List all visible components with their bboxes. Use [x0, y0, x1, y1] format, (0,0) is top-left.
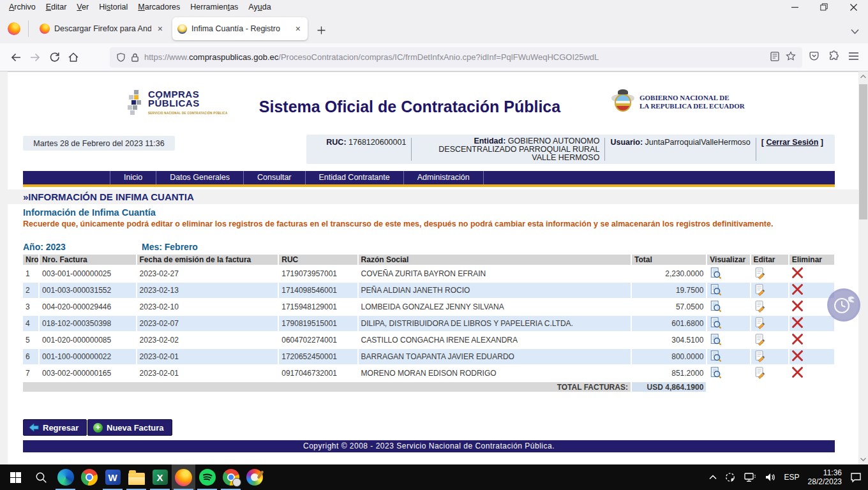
menu-archivo[interactable]: Archivo [4, 1, 41, 13]
cell-fecha: 2023-02-13 [137, 283, 278, 298]
editar-button[interactable] [754, 316, 766, 331]
visualizar-button[interactable] [710, 267, 722, 281]
cell-razon-social: PEÑA ALDIAN JANETH ROCIO [359, 283, 631, 298]
tray-volume-icon[interactable] [765, 473, 776, 482]
editar-button[interactable] [754, 300, 766, 315]
url-bar[interactable]: https://www.compraspublicas.gob.ec/Proce… [110, 47, 802, 68]
taskbar-chrome[interactable] [77, 464, 101, 490]
nueva-factura-button[interactable]: Nueva Factura [87, 419, 172, 436]
taskbar-chrome-profile[interactable] [219, 464, 243, 490]
session-timer-widget[interactable] [827, 288, 860, 322]
tray-chevron-up-icon[interactable] [709, 475, 717, 480]
editar-button[interactable] [754, 333, 766, 348]
extensions-puzzle-icon[interactable] [828, 50, 839, 64]
document-pencil-icon [754, 283, 766, 296]
taskbar-firefox[interactable] [172, 464, 195, 490]
scrollbar-thumb[interactable] [859, 84, 867, 219]
forward-button[interactable] [26, 48, 45, 67]
reload-button[interactable] [45, 48, 64, 67]
logout-link[interactable]: Cerrar Sesión [766, 138, 818, 147]
nav-inicio[interactable]: Inicio [110, 171, 156, 184]
regresar-button[interactable]: Regresar [23, 419, 87, 436]
hamburger-menu-icon[interactable] [848, 52, 859, 63]
taskbar-search-button[interactable] [29, 464, 53, 490]
tab-inactive[interactable]: Descargar Firefox para Android× [34, 17, 170, 40]
tab-close-icon[interactable]: × [294, 24, 303, 34]
col-header-razo-n-social: Razón Social [359, 255, 631, 265]
tracking-shield-icon[interactable] [116, 52, 126, 63]
taskbar-excel[interactable] [148, 464, 172, 490]
cell-action [707, 316, 749, 331]
table-row: 1003-001-0000000252023-02-27171907395700… [23, 266, 834, 281]
notification-center-icon[interactable] [850, 472, 862, 482]
logo-pixel-blocks [128, 90, 144, 115]
menu-herramientas[interactable]: Herramientas [185, 1, 243, 13]
eliminar-button[interactable] [792, 301, 803, 313]
visualizar-button[interactable] [710, 333, 722, 348]
visualizar-button[interactable] [710, 350, 722, 364]
visualizar-button[interactable] [710, 283, 722, 298]
scroll-down-arrow[interactable] [858, 454, 868, 464]
tab-close-icon[interactable]: × [156, 24, 165, 34]
nav-entidad-contratante[interactable]: Entidad Contratante [305, 171, 403, 184]
reader-mode-icon[interactable] [770, 52, 779, 63]
visualizar-button[interactable] [710, 300, 722, 315]
cell-razon-social: COVEÑA ZURITA BAYRON EFRAIN [359, 266, 631, 281]
lock-icon[interactable] [131, 52, 139, 63]
window-controls [780, 0, 868, 14]
ecuador-favicon [177, 24, 187, 34]
cell-action [707, 366, 749, 381]
list-all-tabs-icon[interactable] [851, 26, 859, 37]
editar-button[interactable] [754, 366, 766, 381]
tray-clock[interactable]: 11:36 28/2/2023 [808, 468, 842, 486]
menu-ayuda[interactable]: Ayuda [243, 1, 276, 13]
firefox-logo-icon[interactable] [8, 22, 20, 35]
menu-editar[interactable]: Editar [41, 1, 72, 13]
section-title: Información de Infima Cuantía [23, 207, 156, 218]
eliminar-button[interactable] [792, 367, 803, 380]
minimize-button[interactable] [780, 0, 809, 14]
firefox-icon [175, 469, 192, 486]
nav-consultar[interactable]: Consultar [243, 171, 305, 184]
eliminar-button[interactable] [792, 267, 803, 280]
scroll-up-arrow[interactable] [858, 71, 868, 82]
tray-network-icon[interactable] [744, 473, 756, 482]
restore-button[interactable] [809, 0, 839, 14]
menu-marcadores[interactable]: Marcadores [133, 1, 185, 13]
taskbar-file-explorer[interactable] [124, 464, 148, 490]
visualizar-button[interactable] [710, 366, 722, 381]
taskbar-paint[interactable] [243, 464, 266, 490]
visualizar-button[interactable] [710, 316, 722, 331]
taskbar-edge[interactable] [54, 464, 77, 490]
eliminar-button[interactable] [792, 317, 803, 330]
nueva-factura-label: Nueva Factura [107, 423, 164, 433]
cell-total: 57.0500 [632, 299, 706, 315]
start-button[interactable] [4, 464, 27, 490]
menu-ver[interactable]: Ver [71, 1, 94, 13]
bookmark-star-icon[interactable] [786, 51, 796, 63]
tray-record-icon[interactable] [725, 472, 736, 483]
nav-administracio-n[interactable]: Administración [403, 171, 484, 184]
eliminar-button[interactable] [792, 284, 803, 297]
editar-button[interactable] [754, 283, 766, 298]
taskbar-spotify[interactable] [195, 464, 219, 490]
new-tab-button[interactable] [314, 23, 328, 37]
eliminar-button[interactable] [792, 350, 803, 363]
home-button[interactable] [64, 48, 83, 67]
editar-button[interactable] [754, 350, 766, 364]
menu-historial[interactable]: Historial [94, 1, 133, 13]
taskbar-word[interactable] [101, 464, 124, 490]
document-magnifier-icon [710, 283, 722, 296]
cell-razon-social: LOMBEIDA GONZALEZ JENNY SILVANA [359, 299, 631, 315]
pocket-icon[interactable] [809, 50, 819, 64]
tray-language[interactable]: ESP [784, 473, 800, 482]
nav-datos-generales[interactable]: Datos Generales [156, 171, 243, 184]
logout-wrap: [ Cerrar Sesión ] [756, 137, 828, 147]
eliminar-button[interactable] [792, 334, 803, 346]
col-header-eliminar: Eliminar [789, 255, 834, 265]
tab-active[interactable]: Infima Cuantía - Registro× [172, 17, 308, 40]
editar-button[interactable] [754, 267, 766, 281]
page-scrollbar[interactable] [858, 71, 868, 464]
back-button[interactable] [6, 48, 26, 67]
close-window-button[interactable] [839, 0, 868, 14]
